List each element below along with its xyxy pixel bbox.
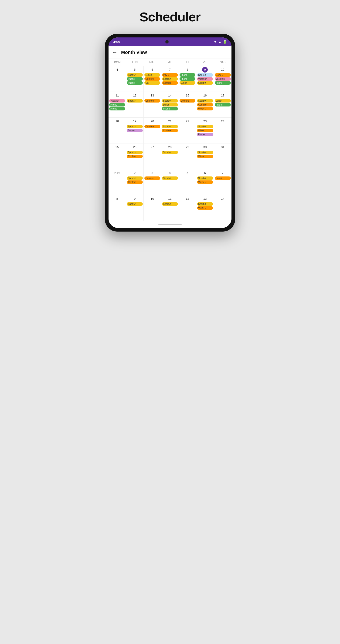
cell-24[interactable]: 24 [214, 118, 232, 143]
cell-9[interactable]: 9 Nanc↺ Vacation Sport↺ [196, 66, 214, 92]
event-lunch-6[interactable]: Lunch [144, 73, 160, 77]
event-sport-12[interactable]: Sport↺ [127, 99, 142, 102]
event-confere-7[interactable]: Confere [162, 81, 178, 85]
cell-18[interactable]: 18 [108, 118, 126, 143]
cell-23[interactable]: 23 Sport↺ Week↺ Dinner [196, 118, 214, 143]
event-sport-26[interactable]: Sport↺ [127, 151, 142, 154]
event-phone-14[interactable]: Phone [162, 107, 178, 110]
event-lunch-17[interactable]: Lunch [215, 99, 231, 102]
cell-14[interactable]: 14 Sport↺ Lunch Phone [161, 92, 179, 118]
event-sport-jan2[interactable]: Sport↺ [127, 176, 142, 180]
cell-jan13[interactable]: 13 Sport↺ Week↺ [196, 195, 214, 221]
event-week-23[interactable]: Week↺ [197, 129, 213, 132]
event-confere-jan3[interactable]: Confere [144, 176, 160, 180]
event-week-30[interactable]: Week↺ [197, 154, 213, 158]
event-comi-10[interactable]: Comi↺ [215, 73, 231, 77]
cell-jan2[interactable]: 2 Sport↺ Confere [126, 169, 143, 195]
cell-10[interactable]: 10 Comi↺ Vacation Phone [214, 66, 232, 92]
event-vacation-11[interactable]: Vacation [109, 99, 125, 102]
event-week-16[interactable]: Week↺ [197, 107, 213, 110]
cell-17[interactable]: 17 Lunch Phone [214, 92, 232, 118]
event-phone-8b[interactable]: Phone [180, 77, 195, 81]
cell-8[interactable]: 8 Phone Phone Lunch [179, 66, 196, 92]
event-dinner-23[interactable]: Dinner [197, 133, 213, 136]
day-header-mie: MIÉ [161, 59, 179, 66]
event-pay-jan7[interactable]: Pay ↺ [215, 176, 231, 180]
event-dinner-19[interactable]: Dinner [127, 129, 142, 132]
cell-jan8[interactable]: 8 [108, 195, 126, 221]
event-week-jan6[interactable]: Week↺ [197, 180, 213, 184]
cell-25[interactable]: 25 [108, 144, 126, 169]
cell-6[interactable]: 6 Lunch Confere Car [144, 66, 161, 92]
event-sport-30[interactable]: Sport↺ [197, 151, 213, 154]
event-sport-16[interactable]: Sport↺ [197, 99, 213, 102]
cell-31[interactable]: 31 [214, 144, 232, 169]
cell-29[interactable]: 29 [179, 144, 196, 169]
event-sport-5[interactable]: Sport↺ [127, 73, 142, 77]
cell-jan4[interactable]: 4 Sport↺ [161, 169, 179, 195]
event-confere-21[interactable]: Confere [162, 129, 178, 132]
event-phone-17[interactable]: Phone [215, 103, 231, 106]
event-sport-14[interactable]: Sport↺ [162, 99, 178, 102]
cell-7[interactable]: 7 Pay ↺ Sport↺ Confere [161, 66, 179, 92]
cell-4[interactable]: 4 [108, 66, 126, 92]
event-phone-8a[interactable]: Phone [180, 73, 195, 77]
event-phone-11b[interactable]: Phone [109, 107, 125, 110]
cell-5[interactable]: 5 Sport↺ Phone Phone [126, 66, 143, 92]
cell-11[interactable]: 11 Vacation Phone Phone [108, 92, 126, 118]
event-sport-jan9[interactable]: Sport↺ [127, 202, 142, 206]
cell-15[interactable]: 15 Confere [179, 92, 196, 118]
event-week-jan13[interactable]: Week↺ [197, 206, 213, 210]
event-sport-jan11[interactable]: Sport↺ [162, 202, 178, 206]
event-confere-15[interactable]: Confere [180, 99, 195, 102]
cell-jan3[interactable]: 3 Confere [144, 169, 161, 195]
cell-jan7[interactable]: 7 Pay ↺ [214, 169, 232, 195]
cell-jan6[interactable]: 6 Sport↺ Week↺ [196, 169, 214, 195]
cell-19[interactable]: 19 Sport↺ Dinner [126, 118, 143, 143]
cell-jan9[interactable]: 9 Sport↺ [126, 195, 143, 221]
event-sport-7[interactable]: Sport↺ [162, 77, 178, 81]
event-phone-10[interactable]: Phone [215, 81, 231, 85]
event-confere-6[interactable]: Confere [144, 77, 160, 81]
back-button[interactable]: ← [112, 49, 117, 55]
event-sport-19[interactable]: Sport↺ [127, 125, 142, 128]
event-phone-5b[interactable]: Phone [127, 81, 142, 85]
event-vacation-9[interactable]: Vacation [197, 77, 213, 81]
event-confere-16[interactable]: Confere [197, 103, 213, 106]
event-sport-9[interactable]: Sport↺ [197, 81, 213, 85]
event-lunch-14[interactable]: Lunch [162, 103, 178, 106]
event-sport-21[interactable]: Sport↺ [162, 125, 178, 128]
cell-jan12[interactable]: 12 [179, 195, 196, 221]
cell-12[interactable]: 12 Sport↺ [126, 92, 143, 118]
cell-jan11[interactable]: 11 Sport↺ [161, 195, 179, 221]
event-confere-20[interactable]: Confere [144, 125, 160, 128]
cell-30[interactable]: 30 Sport↺ Week↺ [196, 144, 214, 169]
event-sport-23[interactable]: Sport↺ [197, 125, 213, 128]
cell-21[interactable]: 21 Sport↺ Confere [161, 118, 179, 143]
event-phone-5a[interactable]: Phone [127, 77, 142, 81]
event-phone-11a[interactable]: Phone [109, 103, 125, 106]
cell-20[interactable]: 20 Confere [144, 118, 161, 143]
cell-jan10[interactable]: 10 [144, 195, 161, 221]
event-sport-jan13[interactable]: Sport↺ [197, 202, 213, 206]
cell-jan5[interactable]: 5 [179, 169, 196, 195]
event-sport-28[interactable]: Sport↺ [162, 151, 178, 154]
event-vacation-10[interactable]: Vacation [215, 77, 231, 81]
cell-22[interactable]: 22 [179, 118, 196, 143]
cell-16[interactable]: 16 Sport↺ Confere Week↺ [196, 92, 214, 118]
event-confere-13[interactable]: Confere [144, 99, 160, 102]
event-nancy-9[interactable]: Nanc↺ [197, 73, 213, 77]
event-lunch-8[interactable]: Lunch [180, 81, 195, 85]
event-confere-jan2[interactable]: Confere [127, 180, 142, 184]
cell-27[interactable]: 27 [144, 144, 161, 169]
event-sport-jan4[interactable]: Sport↺ [162, 176, 178, 180]
event-car-6[interactable]: Car [144, 81, 160, 85]
date-30: 30 [202, 144, 208, 150]
cell-13[interactable]: 13 Confere [144, 92, 161, 118]
cell-28[interactable]: 28 Sport↺ [161, 144, 179, 169]
event-pay-7[interactable]: Pay ↺ [162, 73, 178, 77]
cell-26[interactable]: 26 Sport↺ Confere [126, 144, 143, 169]
event-sport-jan6[interactable]: Sport↺ [197, 176, 213, 180]
cell-jan14[interactable]: 14 [214, 195, 232, 221]
event-confere-26[interactable]: Confere [127, 154, 142, 158]
